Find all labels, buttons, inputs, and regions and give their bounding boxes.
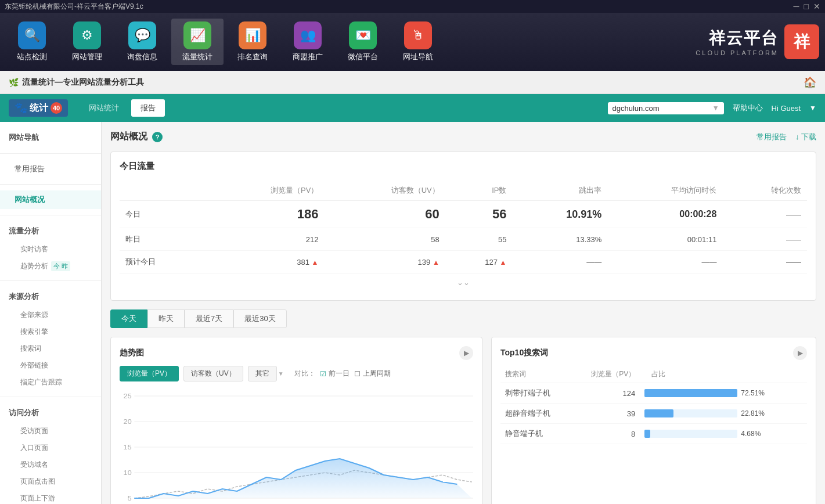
search-keyword-row-2: 静音端子机 8 4.68% — [500, 424, 807, 444]
tab-site-stats[interactable]: 网站统计 — [80, 99, 128, 117]
help-circle-btn[interactable]: ? — [152, 132, 163, 142]
tab-last-30days[interactable]: 最近30天 — [233, 309, 286, 328]
keyword-label-1: 超静音端子机 — [500, 404, 571, 424]
chart-btn-pv[interactable]: 浏览量（PV） — [120, 366, 179, 381]
title-bar: 东莞钜纶机械有限公司-祥云平台客户端V9.1c ─ □ ✕ — [0, 0, 825, 13]
user-info: Hi Guest — [772, 104, 801, 113]
download-link[interactable]: ↓ 下载 — [795, 132, 816, 142]
trend-chart-title: 趋势图 — [120, 348, 144, 358]
logo-area: 祥云平台 CLOUD PLATFORM 祥 — [696, 24, 819, 59]
page-flow-label: 页面上下游 — [20, 494, 55, 503]
sidebar-site-nav-section: 网站导航 — [0, 122, 101, 154]
user-dropdown-icon[interactable]: ▼ — [809, 104, 816, 112]
keyword-pct-2: 4.68% — [640, 424, 807, 444]
sidebar-header-visit[interactable]: 访问分析 — [0, 403, 101, 423]
checkbox-last-week[interactable]: ☐ — [354, 370, 361, 378]
nav-traffic-label: 流量统计 — [182, 52, 212, 62]
checkbox-prev-day[interactable]: ☑ — [320, 370, 326, 378]
predicted-label: 预计今日 — [120, 251, 204, 273]
nav-traffic[interactable]: 📈 流量统计 — [171, 19, 224, 65]
nav-site-manage[interactable]: ⚙ 网站管理 — [61, 19, 113, 65]
sidebar-item-page-flow[interactable]: 页面上下游 — [0, 490, 101, 504]
close-btn[interactable]: ✕ — [813, 2, 820, 11]
trend-label: 趋势分析 — [20, 261, 48, 271]
tab-yesterday[interactable]: 昨天 — [147, 309, 185, 328]
col-keyword: 搜索词 — [500, 366, 571, 383]
sidebar-item-external-links[interactable]: 外部链接 — [0, 357, 101, 374]
svg-text:5: 5 — [128, 495, 132, 502]
sidebar-header-site-nav[interactable]: 网站导航 — [0, 128, 101, 147]
site-selector[interactable]: dgchulun.com ▼ — [608, 102, 724, 114]
sidebar-common-reports-section: 常用报告 — [0, 154, 101, 185]
sidebar-item-all-sources[interactable]: 全部来源 — [0, 307, 101, 323]
search-keywords-title: Top10搜索词 — [500, 348, 548, 358]
main-content: 网站概况 ? 常用报告 ↓ 下载 今日流量 浏览量（PV） 访客数（UV） IP… — [102, 122, 825, 504]
nav-ranking[interactable]: 📊 排名查询 — [226, 19, 279, 65]
nav-alliance-label: 商盟推广 — [293, 52, 323, 62]
today-ip: 56 — [445, 201, 513, 228]
nav-site-nav[interactable]: 🖱 网址导航 — [392, 19, 444, 65]
common-reports-link[interactable]: 常用报告 — [756, 132, 787, 142]
col-label — [120, 181, 204, 201]
sidebar-item-overview[interactable]: 网站概况 — [0, 190, 101, 209]
analytics-bar: 🐾 统计 40 网站统计 报告 dgchulun.com ▼ 帮助中心 Hi G… — [0, 94, 825, 122]
search-expand-btn[interactable]: ▶ — [793, 346, 807, 360]
predicted-conversion: —— — [722, 251, 807, 273]
tab-today[interactable]: 今天 — [110, 309, 147, 328]
svg-text:20: 20 — [124, 418, 132, 426]
sidebar-item-entry-pages[interactable]: 入口页面 — [0, 440, 101, 456]
sidebar-item-search-engine[interactable]: 搜索引擎 — [0, 323, 101, 340]
chart-btn-uv[interactable]: 访客数（UV） — [183, 366, 243, 381]
today-pv: 186 — [204, 201, 325, 228]
logo-sub: CLOUD PLATFORM — [696, 49, 779, 56]
nav-inquiry[interactable]: 💬 询盘信息 — [116, 19, 168, 65]
sidebar-header-source[interactable]: 来源分析 — [0, 287, 101, 307]
site-manage-icon: ⚙ — [73, 21, 101, 49]
home-icon[interactable]: 🏠 — [804, 76, 816, 89]
sidebar-item-search-words[interactable]: 搜索词 — [0, 340, 101, 357]
today-conversion: —— — [722, 201, 807, 228]
sidebar-item-trend[interactable]: 趋势分析 今 昨 — [0, 258, 101, 275]
traffic-icon: 📈 — [183, 21, 211, 49]
last-week-label: 上周同期 — [363, 369, 391, 379]
sidebar-item-ad-tracking[interactable]: 指定广告跟踪 — [0, 374, 101, 391]
expand-btn[interactable]: ⌄⌄ — [120, 273, 807, 291]
tab-report[interactable]: 报告 — [131, 99, 165, 117]
predicted-ip: 127 ▲ — [445, 251, 513, 273]
site-check-icon: 🔍 — [18, 21, 46, 49]
other-dropdown-arrow[interactable]: ▼ — [278, 370, 284, 377]
sidebar-item-visited-domains[interactable]: 受访域名 — [0, 456, 101, 473]
yesterday-ip: 55 — [445, 228, 513, 251]
maximize-btn[interactable]: □ — [804, 2, 809, 11]
chart-btn-other[interactable]: 其它 — [248, 366, 277, 381]
breadcrumb-icon: 🌿 — [9, 78, 19, 87]
sidebar-source-section: 来源分析 全部来源 搜索引擎 搜索词 外部链接 指定广告跟踪 — [0, 281, 101, 397]
tab-last-7days[interactable]: 最近7天 — [185, 309, 233, 328]
ip-up-arrow: ▲ — [500, 258, 507, 267]
search-words-label: 搜索词 — [20, 344, 41, 354]
nav-alliance[interactable]: 👥 商盟推广 — [282, 19, 334, 65]
sidebar-item-common-reports[interactable]: 常用报告 — [0, 160, 101, 178]
click-map-label: 页面点击图 — [20, 477, 55, 487]
minimize-btn[interactable]: ─ — [794, 2, 799, 11]
yesterday-conversion: —— — [722, 228, 807, 251]
nav-site-check[interactable]: 🔍 站点检测 — [6, 19, 58, 65]
page-title-area: 网站概况 ? — [110, 131, 163, 143]
realtime-label: 实时访客 — [20, 244, 48, 254]
window-controls[interactable]: ─ □ ✕ — [794, 2, 820, 11]
trend-today-yesterday: 今 昨 — [51, 261, 70, 271]
nav-site-manage-label: 网站管理 — [72, 52, 102, 62]
help-center-btn[interactable]: 帮助中心 — [733, 103, 763, 113]
top-nav: 🔍 站点检测 ⚙ 网站管理 💬 询盘信息 📈 流量统计 📊 排名查询 👥 商盟推… — [0, 13, 825, 71]
search-keyword-row-0: 剥带打端子机 124 72.51% — [500, 383, 807, 404]
sidebar-item-realtime[interactable]: 实时访客 — [0, 241, 101, 258]
chart-expand-btn[interactable]: ▶ — [459, 346, 473, 360]
compare-option-prev-day[interactable]: ☑ 前一日 — [320, 369, 350, 379]
sidebar-item-click-map[interactable]: 页面点击图 — [0, 473, 101, 490]
nav-wechat[interactable]: 💌 微信平台 — [337, 19, 389, 65]
sidebar-item-visited-pages[interactable]: 受访页面 — [0, 423, 101, 440]
pv-up-arrow: ▲ — [312, 258, 319, 267]
yesterday-pv: 212 — [204, 228, 325, 251]
compare-option-last-week[interactable]: ☐ 上周同期 — [354, 369, 391, 379]
sidebar-header-traffic[interactable]: 流量分析 — [0, 221, 101, 241]
